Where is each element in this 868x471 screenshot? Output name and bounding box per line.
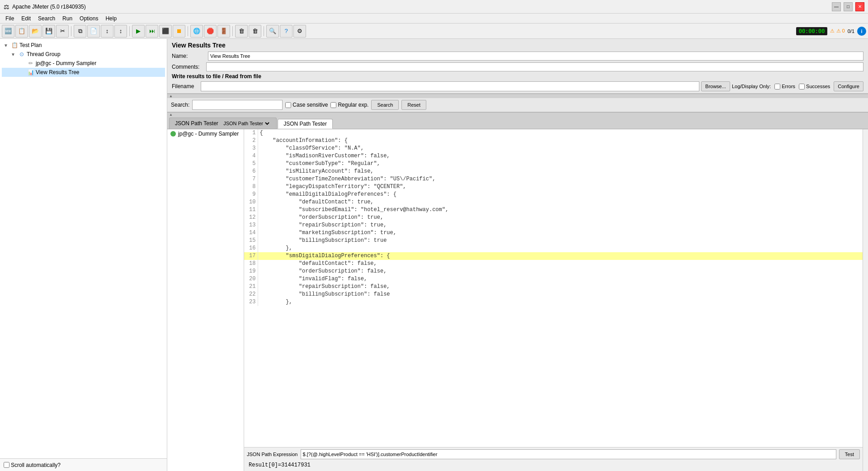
case-sensitive-checkbox[interactable] [285,102,291,108]
menu-run[interactable]: Run [59,14,76,23]
right-scrollbar[interactable] [863,129,868,471]
sample-label: jp@gc - Dummy Sampler [178,131,239,137]
expand-icon-tg: ▼ [11,52,18,57]
json-line-2: 2 "accountInformation": { [244,137,863,145]
close-button[interactable]: ✕ [855,2,864,11]
listener-label: View Results Tree [36,69,80,75]
expand-button[interactable]: ↕ [101,25,113,38]
test-button[interactable]: Test [839,449,860,459]
case-sensitive-label: Case sensitive [292,102,328,108]
successes-checkbox[interactable] [799,84,805,89]
json-line-19: 19 "orderSubscription": false, [244,268,863,275]
reset-button[interactable]: Reset [401,100,426,110]
clear-all-button[interactable]: 🗑 [249,25,261,38]
name-row: Name: [172,52,863,61]
json-line-6: 6 "isMilitaryAccount": false, [244,168,863,175]
menu-help[interactable]: Help [102,14,120,23]
test-plan-label: Test Plan [19,42,42,48]
expand-icon-listener [20,70,27,75]
remote-stop-button[interactable]: 🛑 [204,25,217,38]
errors-checkbox-label[interactable]: Errors [774,84,795,89]
info-button[interactable]: i [857,27,866,36]
scroll-auto-label[interactable]: Scroll automatically? [4,462,61,468]
search-button[interactable]: Search [371,100,399,110]
collapse-arrow-mid[interactable]: ▲ [167,112,868,117]
json-line-8: 8 "legacyDispatchTerritory": "QCENTER", [244,183,863,191]
start-no-pause-button[interactable]: ⏭ [146,25,158,38]
window-controls: — □ ✕ [832,2,864,11]
tree-item-listener[interactable]: 📊 View Results Tree [2,68,165,77]
write-results-label: Write results to file / Read from file [172,73,863,80]
name-input[interactable] [208,52,863,61]
path-expression-input[interactable] [301,449,836,459]
sample-status-icon [170,131,176,137]
tab-json-path-tester-left[interactable]: JSON Path Tester JSON Path Tester [169,118,277,129]
menu-bar: File Edit Search Run Options Help [0,14,868,24]
tree-item-thread-group[interactable]: ▼ ⊙ Thread Group [2,50,165,59]
json-line-10: 10 "defaultContact": true, [244,198,863,206]
search-label: Search: [171,102,189,108]
help-button[interactable]: ? [280,25,292,38]
menu-file[interactable]: File [2,14,18,23]
tree-area[interactable]: ▼ 📋 Test Plan ▼ ⊙ Thread Group ✏ jp@gc -… [0,39,167,458]
tree-item-test-plan[interactable]: ▼ 📋 Test Plan [2,41,165,50]
json-display[interactable]: 1{2 "accountInformation": {3 "classOfSer… [244,129,863,447]
filename-input[interactable] [201,81,699,91]
remote-exit-button[interactable]: 🚪 [217,25,230,38]
minimize-button[interactable]: — [832,2,841,11]
search-bar: Search: Case sensitive Regular exp. Sear… [167,98,868,112]
scroll-auto-checkbox[interactable] [4,462,9,468]
search-input[interactable] [192,100,283,110]
maximize-button[interactable]: □ [844,2,853,11]
tabs-area: JSON Path Tester JSON Path Tester JSON P… [167,117,868,129]
json-table: 1{2 "accountInformation": {3 "classOfSer… [244,129,863,306]
open-button[interactable]: 📂 [29,25,42,38]
comments-input[interactable] [206,62,863,71]
new-button[interactable]: 🆕 [2,25,14,38]
successes-checkbox-label[interactable]: Successes [799,84,830,89]
json-line-20: 20 "invalidFlag": false, [244,275,863,283]
browse-button[interactable]: Browse... [701,81,730,91]
remote-start-button[interactable]: 🌐 [190,25,203,38]
configure-button[interactable]: Configure [834,81,863,91]
filename-row: Filename Browse... Log/Display Only: Err… [172,81,863,91]
search-button[interactable]: 🔍 [266,25,279,38]
cut-button[interactable]: ✂ [56,25,69,38]
sample-item[interactable]: jp@gc - Dummy Sampler [167,129,244,138]
middle-section: jp@gc - Dummy Sampler 1{2 "accountInform… [167,129,868,471]
toolbar-status: 00:00:00 ⚠ ⚠ 0 0/1 i [796,27,866,36]
collapse-button[interactable]: ↕ [114,25,127,38]
path-expression-row: JSON Path Expression Test [247,449,860,459]
scroll-auto-area: Scroll automatically? [0,458,167,471]
copy-button[interactable]: ⧉ [74,25,86,38]
warning-display: ⚠ ⚠ 0 [830,28,844,34]
start-button[interactable]: ▶ [132,25,145,38]
save-button[interactable]: 💾 [42,25,55,38]
json-line-21: 21 "repairSubscription": false, [244,283,863,291]
regular-exp-option[interactable]: Regular exp. [330,102,368,108]
tree-item-sampler[interactable]: ✏ jp@gc - Dummy Sampler [2,59,165,68]
menu-options[interactable]: Options [76,14,102,23]
json-line-22: 22 "billingSubscription": false [244,291,863,298]
json-line-4: 4 "isMadisonRiverCustomer": false, [244,152,863,160]
templates-button[interactable]: 📋 [15,25,28,38]
case-sensitive-option[interactable]: Case sensitive [285,102,328,108]
paste-button[interactable]: 📄 [87,25,100,38]
collapse-arrow-top[interactable]: ▲ [167,94,868,98]
json-line-18: 18 "defaultContact": false, [244,260,863,268]
menu-search[interactable]: Search [34,14,59,23]
clear-button[interactable]: 🗑 [235,25,248,38]
menu-edit[interactable]: Edit [18,14,34,23]
app-icon: ⚖ [4,3,9,10]
stop-button[interactable]: ⬛ [159,25,172,38]
functions-button[interactable]: ⚙ [293,25,306,38]
tab-dropdown[interactable]: JSON Path Tester [222,119,271,127]
regular-exp-checkbox[interactable] [330,102,336,108]
app-title: Apache JMeter (5.0 r1840935) [12,4,86,10]
tab-json-path-tester[interactable]: JSON Path Tester [278,119,333,129]
comments-label: Comments: [172,64,206,70]
errors-checkbox[interactable] [774,84,780,89]
sample-panel: jp@gc - Dummy Sampler [167,129,244,471]
shutdown-button[interactable]: ⏹ [173,25,185,38]
errors-label: Errors [782,84,795,89]
